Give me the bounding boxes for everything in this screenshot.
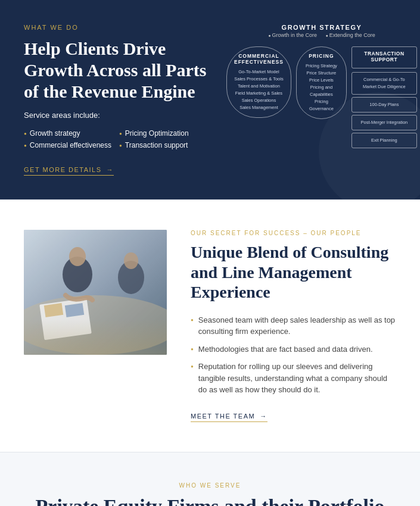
diagram-transaction: TRANSACTION SUPPORT Commercial & Go-To M…: [351, 46, 417, 148]
transaction-box-2: 100-Day Plans: [351, 97, 417, 113]
diagram-title: GROWTH STRATEGY: [282, 24, 362, 31]
transaction-box-1: Commercial & Go-To Market Due Diligence: [351, 72, 417, 95]
diagram-pricing: PRICING Pricing Strategy Price Structure…: [296, 46, 347, 119]
commercial-oval: COMMERCIAL EFFECTIVENESS Go-To-Market Mo…: [226, 46, 291, 118]
list-item: Transaction support: [119, 141, 209, 149]
pricing-oval: PRICING Pricing Strategy Price Structure…: [296, 46, 347, 119]
people-section: OUR SECRET FOR SUCCESS – OUR PEOPLE Uniq…: [0, 200, 420, 452]
transaction-header: TRANSACTION SUPPORT: [351, 46, 417, 68]
people-overline: OUR SECRET FOR SUCCESS – OUR PEOPLE: [191, 230, 396, 236]
serve-header: WHO WE SERVE Private Equity Firms and th…: [24, 482, 396, 506]
hero-subtitle: Service areas include:: [24, 111, 209, 120]
hero-section: WHAT WE DO Help Clients Drive Growth Acr…: [0, 0, 420, 199]
serve-title: Private Equity Firms and their Portfolio…: [24, 495, 396, 506]
serve-section: WHO WE SERVE Private Equity Firms and th…: [0, 452, 420, 506]
hero-overline: WHAT WE DO: [24, 24, 209, 31]
bullet-item: Methodologies that are fact based and da…: [191, 343, 396, 355]
diagram-container: COMMERCIAL EFFECTIVENESS Go-To-Market Mo…: [226, 46, 417, 148]
people-photo: [24, 230, 167, 355]
people-image: [24, 230, 167, 355]
people-bullets: Seasoned team with deep sales leadership…: [191, 314, 396, 396]
get-more-details-button[interactable]: GET MORE DETAILS →: [24, 166, 114, 176]
meet-team-button[interactable]: MEET THE TEAM →: [191, 413, 267, 422]
bullet-item: Reputation for rolling up our sleeves an…: [191, 361, 396, 396]
transaction-box-3: Post-Merger Integration: [351, 115, 417, 130]
people-content: OUR SECRET FOR SUCCESS – OUR PEOPLE Uniq…: [191, 230, 396, 422]
people-title: Unique Blend of Consulting and Line Mana…: [191, 242, 396, 302]
bullet-item: Seasoned team with deep sales leadership…: [191, 314, 396, 338]
transaction-box-4: Exit Planning: [351, 133, 417, 148]
list-item: Commercial effectiveness: [24, 141, 113, 149]
hero-list: Growth strategy Pricing Optimization Com…: [24, 129, 209, 149]
serve-overline: WHO WE SERVE: [24, 482, 396, 489]
list-item: Growth strategy: [24, 129, 113, 138]
svg-rect-9: [24, 230, 167, 355]
hero-diagram: GROWTH STRATEGY Growth in the Core Exten…: [226, 24, 417, 148]
diagram-subtitle: Growth in the Core Extending the Core: [265, 32, 379, 38]
hero-left: WHAT WE DO Help Clients Drive Growth Acr…: [24, 24, 209, 176]
hero-title: Help Clients Drive Growth Across all Par…: [24, 38, 209, 102]
list-item: Pricing Optimization: [119, 129, 209, 138]
diagram-commercial: COMMERCIAL EFFECTIVENESS Go-To-Market Mo…: [226, 46, 291, 118]
transaction-boxes: Commercial & Go-To Market Due Diligence …: [351, 72, 417, 148]
